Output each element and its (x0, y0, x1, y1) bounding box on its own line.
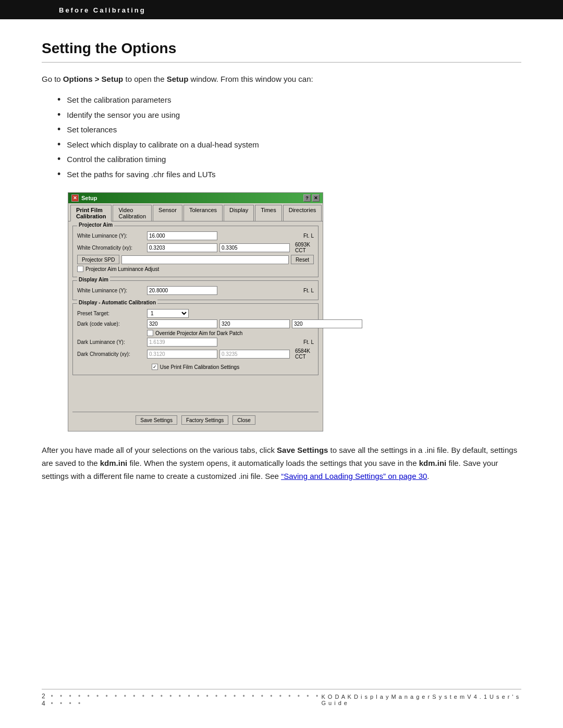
display-auto-group: Display - Automatic Calibration Preset T… (72, 303, 319, 375)
projector-aim-content: White Luminance (Y): Ft. L White Chromat… (77, 231, 314, 272)
list-item: Control the calibration timing (57, 152, 521, 167)
override-checkbox[interactable] (147, 330, 153, 336)
white-luminance-input[interactable] (147, 231, 217, 240)
save-settings-button[interactable]: Save Settings (136, 415, 177, 425)
tab-bar: Print Film Calibration Video Calibration… (68, 203, 323, 221)
chapter-title: Before Calibrating (59, 6, 146, 14)
display-white-luminance-unit: Ft. L (303, 288, 314, 293)
white-luminance-unit: Ft. L (303, 233, 314, 239)
luminance-adjust-label: Projector Aim Luminance Adjust (85, 266, 159, 272)
display-white-luminance-input[interactable] (147, 286, 217, 295)
use-print-film-label: Use Print Film Calibration Settings (160, 364, 239, 370)
setup-window-screenshot: ✕ Setup ? ✕ Print Film Calibration Video… (68, 192, 323, 431)
display-aim-content: White Luminance (Y): Ft. L (77, 286, 314, 295)
tab-times[interactable]: Times (255, 205, 282, 221)
display-white-luminance-row: White Luminance (Y): Ft. L (77, 286, 314, 295)
intro-paragraph: Go to Options > Setup to open the Setup … (42, 73, 521, 85)
projector-aim-group: Projector Aim White Luminance (Y): Ft. L… (72, 226, 319, 277)
white-chromaticity-row: White Chromaticity (xy): 6093K CCT (77, 242, 314, 253)
display-aim-group: Display Aim White Luminance (Y): Ft. L (72, 280, 319, 300)
dark-chromaticity-y-input[interactable] (219, 350, 290, 359)
tab-display[interactable]: Display (224, 205, 254, 221)
list-item: Identify the sensor you are using (57, 108, 521, 123)
projector-spd-button[interactable]: Projector SPD (77, 255, 119, 264)
dark-luminance-input[interactable] (147, 338, 217, 347)
factory-settings-button[interactable]: Factory Settings (181, 415, 228, 425)
after-paragraph: After you have made all of your selectio… (42, 444, 521, 483)
help-icon[interactable]: ? (303, 194, 311, 202)
bottom-button-bar: Save Settings Factory Settings Close (72, 412, 319, 427)
white-chromaticity-label: White Chromaticity (xy): (77, 245, 145, 251)
preset-target-row: Preset Target: 1 (77, 309, 314, 318)
dark-code-2-input[interactable] (219, 319, 290, 328)
dark-chromaticity-row: Dark Chromaticity (xy): 6584K CCT (77, 348, 314, 360)
dark-luminance-row: Dark Luminance (Y): Ft. L (77, 338, 314, 347)
preset-target-label: Preset Target: (77, 311, 145, 316)
display-white-luminance-label: White Luminance (Y): (77, 288, 145, 293)
luminance-adjust-checkbox[interactable] (77, 266, 83, 272)
reset-button[interactable]: Reset (291, 255, 314, 264)
spacer (72, 378, 319, 410)
projector-aim-title: Projector Aim (77, 222, 114, 228)
close-button[interactable]: Close (232, 415, 255, 425)
main-content: Setting the Options Go to Options > Setu… (0, 40, 563, 522)
white-luminance-label: White Luminance (Y): (77, 233, 145, 239)
list-item: Set the calibration parameters (57, 93, 521, 108)
dark-luminance-unit: Ft. L (303, 339, 314, 345)
window-close-icon[interactable]: ✕ (71, 194, 79, 202)
bullet-list: Set the calibration parameters Identify … (57, 93, 521, 182)
footer-rule (42, 689, 521, 689)
window-titlebar: ✕ Setup ? ✕ (68, 193, 323, 203)
preset-target-select[interactable]: 1 (147, 309, 189, 318)
override-label: Override Projector Aim for Dark Patch (155, 330, 242, 336)
white-luminance-row: White Luminance (Y): Ft. L (77, 231, 314, 240)
dark-luminance-label: Dark Luminance (Y): (77, 339, 145, 345)
footer-content: 2 4 • • • • • • • • • • • • • • • • • • … (42, 693, 521, 707)
projector-spd-row: Projector SPD Reset (77, 255, 314, 264)
tab-sensor[interactable]: Sensor (153, 205, 182, 221)
white-chromaticity-x-input[interactable] (147, 243, 217, 252)
display-auto-title: Display - Automatic Calibration (77, 300, 157, 305)
dark-chromaticity-x-input[interactable] (147, 350, 217, 359)
tab-video[interactable]: Video Calibration (113, 205, 152, 221)
list-item: Set tolerances (57, 122, 521, 138)
titlebar-left: ✕ Setup (71, 194, 97, 202)
section-title: Setting the Options (42, 40, 521, 63)
top-bar: Before Calibrating (0, 0, 563, 19)
settings-link[interactable]: “Saving and Loading Settings” on page 30 (281, 472, 427, 480)
window-body: Projector Aim White Luminance (Y): Ft. L… (68, 221, 323, 431)
tab-directories[interactable]: Directories (283, 205, 322, 221)
display-auto-content: Preset Target: 1 Dark (code value): (77, 309, 314, 370)
dark-code-row: Dark (code value): (77, 319, 314, 328)
list-item: Select which display to calibrate on a d… (57, 138, 521, 153)
dark-code-3-input[interactable] (292, 319, 362, 328)
footer: 2 4 • • • • • • • • • • • • • • • • • • … (0, 689, 563, 707)
titlebar-controls: ? ✕ (303, 194, 320, 202)
tab-tolerances[interactable]: Tolerances (183, 205, 223, 221)
winclose-icon[interactable]: ✕ (312, 194, 320, 202)
use-print-film-row: Use Print Film Calibration Settings (77, 364, 314, 370)
footer-title: K O D A K D i s p l a y M a n a g e r S … (321, 694, 521, 706)
white-chromaticity-cct: 6093K CCT (295, 242, 314, 253)
dark-code-label: Dark (code value): (77, 321, 145, 327)
list-item: Set the paths for saving .chr files and … (57, 167, 521, 182)
window-title: Setup (81, 195, 97, 201)
luminance-adjust-row: Projector Aim Luminance Adjust (77, 266, 314, 272)
use-print-film-checkbox[interactable] (152, 364, 158, 370)
page-number: 2 4 (42, 693, 51, 707)
display-aim-title: Display Aim (77, 277, 110, 282)
override-row: Override Projector Aim for Dark Patch (147, 330, 314, 336)
footer-dots: • • • • • • • • • • • • • • • • • • • • … (51, 693, 321, 707)
tab-print-film[interactable]: Print Film Calibration (70, 205, 112, 221)
dark-chromaticity-cct: 6584K CCT (295, 348, 314, 360)
white-chromaticity-y-input[interactable] (219, 243, 290, 252)
dark-chromaticity-label: Dark Chromaticity (xy): (77, 351, 145, 357)
dark-code-1-input[interactable] (147, 319, 217, 328)
